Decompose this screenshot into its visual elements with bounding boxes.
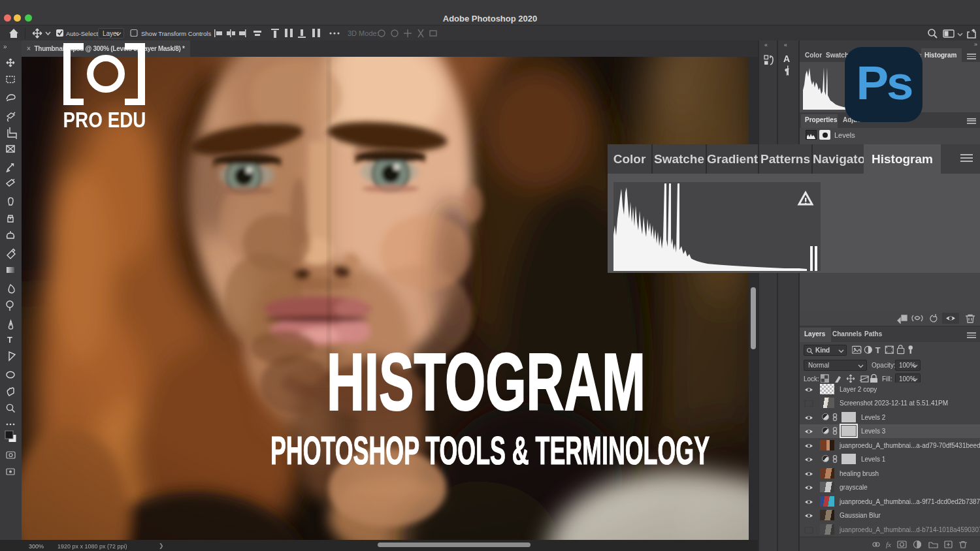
svg-text:T: T [875, 345, 881, 355]
svg-text:3D Mode:: 3D Mode: [348, 29, 379, 37]
svg-text:T: T [7, 335, 12, 345]
svg-text:PHOTOSHOP TOOLS & TERMINOLOGY: PHOTOSHOP TOOLS & TERMINOLOGY [270, 428, 710, 473]
svg-text:fx: fx [886, 541, 891, 548]
svg-text:HISTOGRAM: HISTOGRAM [327, 336, 645, 427]
svg-text:»: » [3, 43, 7, 50]
svg-text:PRO EDU: PRO EDU [63, 107, 146, 129]
